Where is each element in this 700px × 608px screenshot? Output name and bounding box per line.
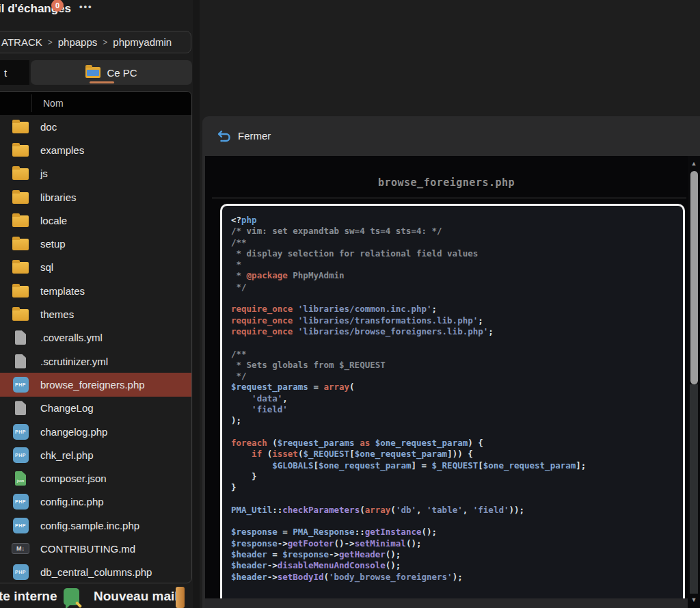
file-row[interactable]: ChangeLog — [0, 397, 191, 420]
file-name: .scrutinizer.yml — [40, 356, 108, 367]
title-divider — [212, 198, 686, 198]
computer-folder-icon — [85, 67, 100, 78]
file-row[interactable]: PHP browse_foreigners.php — [0, 373, 191, 396]
file-row[interactable]: M↓ CONTRIBUTING.md — [0, 537, 191, 560]
code-line: /** — [231, 237, 674, 248]
code-line: <?php — [231, 215, 674, 226]
file-icon — [10, 354, 31, 369]
file-row[interactable]: locale — [0, 209, 191, 232]
file-name: templates — [40, 285, 85, 297]
panel-bottom-strip — [205, 598, 688, 608]
folder-icon — [10, 144, 31, 157]
file-name: ChangeLog — [40, 402, 94, 414]
file-row[interactable]: .scrutinizer.yml — [0, 349, 191, 373]
column-header-name[interactable]: Nom — [43, 92, 64, 115]
file-explorer-pane: il d'échanges 0 ••• ATRACK > phpapps > p… — [0, 0, 197, 608]
file-row[interactable]: libraries — [0, 185, 191, 209]
file-preview-panel: Fermer browse_foreigners.php <?php/* vim… — [202, 116, 700, 608]
preview-scrollbar[interactable]: ▲ ▼ — [688, 156, 700, 608]
code-line: $header = $response->getHeader(); — [231, 549, 674, 560]
php-icon: PHP — [10, 447, 31, 463]
chevron-right-icon: > — [103, 38, 107, 47]
folder-icon — [10, 308, 31, 321]
file-row[interactable]: examples — [0, 138, 191, 161]
close-button[interactable]: Fermer — [238, 116, 271, 156]
file-row[interactable]: setup — [0, 232, 191, 255]
folder-icon — [10, 237, 31, 250]
list-column-header[interactable]: Nom — [0, 92, 191, 115]
return-arrow-icon[interactable] — [216, 129, 232, 145]
file-name: js — [40, 168, 48, 179]
code-block: <?php/* vim: set expandtab sw=4 ts=4 sts… — [231, 215, 674, 594]
code-line: } — [231, 482, 674, 493]
column-separator — [31, 94, 32, 112]
code-line: /** — [231, 349, 674, 360]
code-line — [231, 493, 674, 504]
file-name: examples — [40, 144, 84, 156]
file-name: locale — [40, 215, 67, 226]
code-box: <?php/* vim: set expandtab sw=4 ts=4 sts… — [220, 204, 685, 598]
code-line: ); — [231, 415, 674, 426]
file-row[interactable]: themes — [0, 302, 191, 326]
mail-icon[interactable] — [176, 587, 185, 608]
file-list-container: Nom doc examples js libraries locale set… — [0, 91, 192, 583]
file-row[interactable]: PHP config.sample.inc.php — [0, 514, 191, 537]
more-options-icon[interactable]: ••• — [79, 1, 93, 12]
file-name: doc — [40, 121, 57, 133]
code-line — [231, 516, 674, 527]
file-row[interactable]: PHP changelog.php — [0, 420, 191, 443]
folder-icon — [10, 167, 31, 180]
file-row[interactable]: PHP db_central_columns.php — [0, 561, 191, 583]
file-row[interactable]: js — [0, 162, 191, 185]
file-row[interactable]: PHP chk_rel.php — [0, 443, 191, 466]
file-list: doc examples js libraries locale setup s… — [0, 115, 191, 583]
file-name: db_central_columns.php — [40, 566, 152, 578]
scrollbar-track[interactable] — [690, 384, 698, 594]
code-line: require_once 'libraries/transformations.… — [231, 315, 674, 326]
code-line: if (isset($_REQUEST[$one_request_param])… — [231, 449, 674, 460]
php-icon: PHP — [10, 377, 31, 393]
note-icon[interactable] — [64, 588, 79, 605]
file-name: changelog.php — [40, 426, 107, 438]
code-line: * @package PhpMyAdmin — [231, 270, 674, 281]
code-line — [231, 337, 674, 348]
code-line: require_once 'libraries/common.inc.php'; — [231, 304, 674, 315]
code-line — [231, 293, 674, 304]
internal-note-label[interactable]: te interne — [0, 589, 57, 604]
file-row[interactable]: templates — [0, 279, 191, 302]
scrollbar-down-arrow-icon[interactable]: ▼ — [688, 596, 700, 603]
code-line: $header->disableMenuAndConsole(); — [231, 560, 674, 571]
code-line: foreach ($request_params as $one_request… — [231, 438, 674, 449]
code-line: * Sets globals from $_REQUEST — [231, 360, 674, 371]
scrollbar-thumb[interactable] — [690, 171, 698, 384]
code-line: $response = PMA_Response::getInstance(); — [231, 527, 674, 538]
file-row[interactable]: PHP config.inc.php — [0, 490, 191, 514]
file-row[interactable]: json composer.json — [0, 466, 191, 490]
file-row[interactable]: sql — [0, 256, 191, 279]
breadcrumb-item[interactable]: ATRACK — [1, 36, 42, 48]
file-name: config.inc.php — [40, 496, 104, 507]
file-icon — [10, 401, 31, 415]
php-icon: PHP — [10, 564, 31, 580]
quick-actions-bar: te interne Nouveau mail — [0, 587, 197, 608]
tab-ce-pc[interactable]: Ce PC — [31, 60, 192, 85]
folder-icon — [10, 191, 31, 204]
preview-toolbar: Fermer — [202, 116, 700, 156]
tab-ce-pc-label: Ce PC — [107, 67, 137, 79]
code-line: require_once 'libraries/browse_foreigner… — [231, 326, 674, 337]
breadcrumb-item[interactable]: phpapps — [58, 36, 98, 48]
file-name: setup — [40, 238, 66, 250]
file-row[interactable]: .coveralls.yml — [0, 326, 191, 349]
code-line: 'data', — [231, 393, 674, 404]
new-mail-label[interactable]: Nouveau mail — [94, 589, 178, 604]
php-icon: PHP — [10, 424, 31, 440]
code-line: $header->setBodyId('body_browse_foreigne… — [231, 572, 674, 583]
breadcrumb-item[interactable]: phpmyadmin — [113, 36, 172, 48]
folder-icon — [10, 285, 31, 298]
file-name: CONTRIBUTING.md — [40, 543, 135, 555]
tab-cut[interactable]: t — [0, 60, 29, 85]
scrollbar-up-arrow-icon[interactable]: ▲ — [688, 160, 700, 167]
file-name: config.sample.inc.php — [40, 520, 139, 531]
file-row[interactable]: doc — [0, 115, 191, 138]
file-name: sql — [40, 261, 53, 273]
